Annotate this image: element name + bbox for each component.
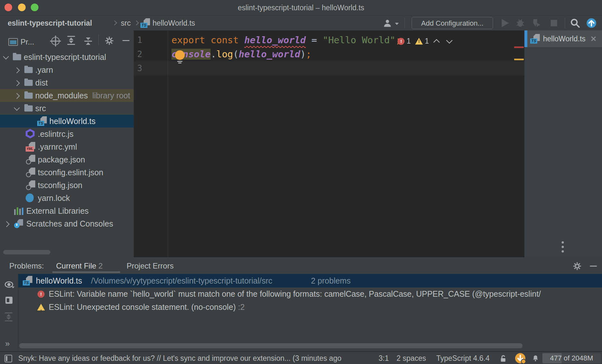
code-line-2[interactable]: console.log(hello_world); — [171, 47, 312, 61]
typescript-version[interactable]: TypeScript 4.6.4 — [436, 352, 489, 364]
debug-icon[interactable] — [515, 18, 525, 28]
breadcrumb-project[interactable]: eslint-typescript-tutorial — [8, 16, 92, 30]
project-panel-title[interactable]: Pr... — [21, 37, 34, 46]
gear-icon[interactable] — [105, 37, 113, 45]
project-panel-icon[interactable] — [8, 38, 18, 46]
chevron-down-icon[interactable] — [14, 105, 20, 111]
json-gear-badge — [26, 172, 31, 177]
toolbar-divider — [565, 18, 565, 29]
project-horizontal-scrollbar[interactable] — [3, 250, 50, 254]
lock-open-icon[interactable] — [499, 354, 507, 363]
update-available-icon[interactable] — [587, 18, 596, 28]
expand-all-dim-icon[interactable] — [5, 312, 13, 321]
error-stripe-mark[interactable] — [514, 46, 524, 48]
chevron-right-icon[interactable] — [14, 67, 20, 73]
status-message[interactable]: Snyk: Have any ideas or feedback for us?… — [18, 352, 341, 364]
tab-project-errors[interactable]: Project Errors — [127, 258, 174, 274]
collapse-all-icon[interactable] — [84, 37, 92, 46]
window-title: eslint-typescript-tutorial – helloWorld.… — [0, 0, 602, 15]
gear-icon[interactable] — [573, 262, 581, 270]
breadcrumb-folder[interactable]: src — [121, 16, 131, 30]
chevron-down-icon[interactable] — [395, 23, 399, 25]
tree-item-external-libraries[interactable]: External Libraries — [0, 204, 134, 217]
json-gear-badge — [26, 185, 31, 190]
error-count: 1 — [406, 37, 411, 45]
tree-item-tsconfig[interactable]: tsconfig.json — [0, 179, 134, 192]
code-editor[interactable]: 1 2 3 export const hello_world = "Hello … — [134, 30, 524, 257]
editor-tab-helloworld[interactable]: TS helloWorld.ts — [524, 30, 602, 47]
previous-problem-icon[interactable] — [433, 39, 440, 45]
tree-item-project-root[interactable]: eslint-typescript-tutorial — [0, 51, 134, 63]
line-reference: :2 — [238, 302, 245, 311]
intention-lightbulb-icon[interactable] — [175, 50, 185, 60]
run-icon[interactable] — [502, 19, 509, 27]
tree-item-yarn-lock[interactable]: yarn.lock — [0, 192, 134, 204]
problems-file-row[interactable]: TS helloWorld.ts /Volumes/v/yytypescript… — [18, 274, 602, 287]
tree-item-label: Scratches and Consoles — [26, 217, 113, 230]
paren-token: ) — [300, 49, 306, 60]
yarn-file-icon — [26, 194, 34, 202]
line-number[interactable]: 1 — [137, 33, 150, 47]
breadcrumb-separator-icon — [134, 21, 139, 26]
tree-item-package-json[interactable]: package.json — [0, 153, 134, 166]
json-gear-badge — [26, 159, 31, 164]
line-number[interactable]: 2 — [137, 47, 150, 61]
warning-message: ESLint: Unexpected console statement. (n… — [49, 302, 236, 311]
chevron-right-icon[interactable] — [4, 221, 9, 227]
editor-tab-panel: TS helloWorld.ts — [524, 30, 602, 257]
tree-item-yarnrc[interactable]: YML .yarnrc.yml — [0, 140, 134, 153]
bulb-base — [178, 62, 181, 63]
add-configuration-button[interactable]: Add Configuration... — [412, 17, 493, 29]
bar — [84, 41, 92, 42]
expand-all-icon[interactable] — [67, 36, 75, 45]
dot-token: . — [211, 49, 216, 60]
problems-horizontal-scrollbar[interactable] — [19, 343, 523, 348]
notifications-bell-icon[interactable] — [531, 354, 539, 362]
tree-item-yarn[interactable]: .yarn — [0, 63, 134, 76]
snyk-update-icon[interactable] — [515, 353, 525, 363]
dot — [562, 250, 564, 252]
variable-token: hello_world — [239, 49, 300, 60]
memory-indicator[interactable]: 477 of 2048M — [542, 353, 601, 363]
tool-window-switcher-icon[interactable] — [4, 355, 12, 362]
hide-panel-icon[interactable] — [590, 266, 597, 267]
close-tab-icon[interactable] — [590, 36, 596, 42]
search-everywhere-icon[interactable] — [570, 18, 580, 28]
problem-row-error[interactable]: ESLint: Variable name `hello_world` must… — [18, 287, 602, 301]
tree-item-label: tsconfig.eslint.json — [38, 166, 103, 179]
tab-count: 2 — [98, 261, 103, 270]
chevron-right-icon[interactable] — [14, 93, 20, 99]
breadcrumb-file[interactable]: helloWorld.ts — [153, 16, 195, 30]
chevron-down-icon[interactable] — [3, 54, 9, 59]
tree-item-tsconfig-eslint[interactable]: tsconfig.eslint.json — [0, 166, 134, 179]
show-hidden-icon[interactable]: » — [5, 339, 10, 349]
user-account-icon[interactable] — [383, 19, 392, 28]
run-with-coverage-icon[interactable] — [531, 18, 542, 28]
hide-panel-icon[interactable] — [122, 40, 130, 41]
indent-setting[interactable]: 2 spaces — [397, 352, 426, 364]
bar — [5, 312, 13, 313]
mini-gear — [521, 359, 526, 364]
tree-item-scratches[interactable]: Scratches and Consoles — [0, 217, 134, 230]
preview-fill — [7, 298, 9, 302]
file-name: helloWorld.ts — [36, 274, 82, 287]
next-problem-icon[interactable] — [446, 37, 453, 44]
tree-item-node-modules[interactable]: node_modules library root — [0, 89, 134, 102]
tree-item-src[interactable]: src — [0, 102, 134, 115]
open-preview-icon[interactable] — [5, 297, 13, 304]
tree-item-dist[interactable]: dist — [0, 76, 134, 89]
view-options-eye-icon[interactable] — [4, 281, 14, 288]
problem-row-warning[interactable]: ESLint: Unexpected console statement. (n… — [18, 301, 602, 314]
more-options-icon[interactable] — [562, 241, 564, 255]
locate-file-icon[interactable] — [51, 37, 60, 45]
tree-item-helloworld-ts[interactable]: TS helloWorld.ts — [0, 115, 134, 128]
caret-position[interactable]: 3:1 — [379, 352, 389, 364]
code-line-1[interactable]: export const hello_world = "Hello World"… — [171, 33, 401, 47]
warning-stripe-mark[interactable] — [514, 59, 524, 60]
stop-icon[interactable] — [551, 20, 557, 26]
tree-item-eslintrc[interactable]: .eslintrc.js — [0, 128, 134, 140]
inspections-widget[interactable]: 11 — [397, 37, 451, 46]
line-number[interactable]: 3 — [137, 61, 150, 75]
library-root-label: library root — [92, 91, 130, 100]
chevron-right-icon[interactable] — [14, 80, 20, 86]
